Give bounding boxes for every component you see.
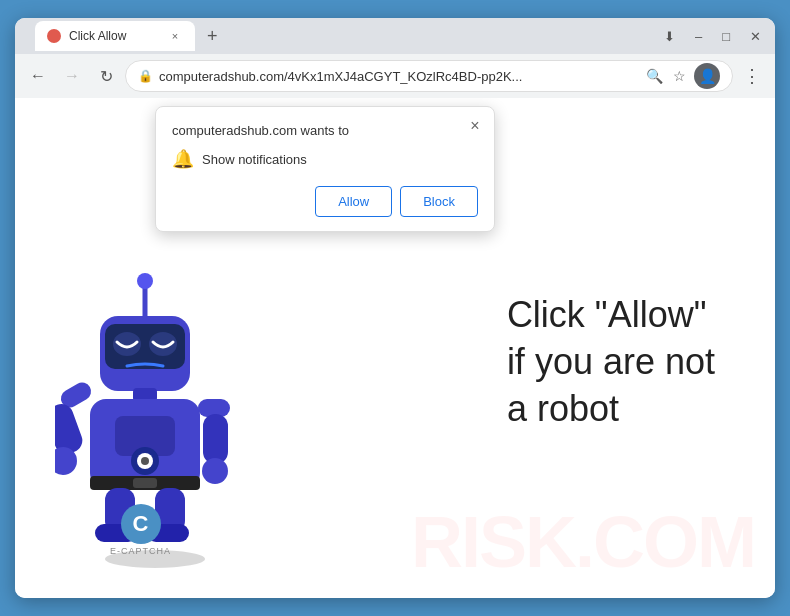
svg-point-1: [137, 273, 153, 289]
minimize-button[interactable]: –: [689, 27, 708, 46]
lock-icon: 🔒: [138, 69, 153, 83]
refresh-button[interactable]: ↻: [91, 61, 121, 91]
watermark: RISK.COM: [411, 506, 755, 578]
browser-tab[interactable]: Click Allow ×: [35, 21, 195, 51]
search-icon-button[interactable]: 🔍: [644, 66, 665, 86]
ecaptcha-badge: C E-CAPTCHA: [110, 504, 171, 556]
tab-close-button[interactable]: ×: [167, 28, 183, 44]
svg-rect-13: [133, 478, 157, 488]
permission-text: Show notifications: [202, 152, 307, 167]
url-bar[interactable]: 🔒 computeradshub.com/4vKx1mXJ4aCGYT_KOzl…: [125, 60, 733, 92]
page-text-line1: Click "Allow": [507, 292, 715, 339]
url-icons: 🔍 ☆ 👤: [644, 63, 720, 89]
menu-button[interactable]: ⋮: [737, 61, 767, 91]
url-text: computeradshub.com/4vKx1mXJ4aCGYT_KOzlRc…: [159, 69, 638, 84]
window-controls: ⬇ – □ ✕: [658, 27, 767, 46]
svg-point-11: [141, 457, 149, 465]
browser-window: Click Allow × + ⬇ – □ ✕ ← → ↻ 🔒 computer…: [15, 18, 775, 598]
page-text-line3: a robot: [507, 385, 715, 432]
page-main-text: Click "Allow" if you are not a robot: [507, 292, 715, 432]
notification-popup: × computeradshub.com wants to 🔔 Show not…: [155, 106, 495, 232]
tab-title: Click Allow: [69, 29, 159, 43]
forward-button[interactable]: →: [57, 61, 87, 91]
svg-point-19: [202, 458, 228, 484]
block-button[interactable]: Block: [400, 186, 478, 217]
robot-container: C E-CAPTCHA: [55, 266, 255, 568]
maximize-button[interactable]: □: [716, 27, 736, 46]
tab-favicon: [47, 29, 61, 43]
new-tab-button[interactable]: +: [199, 22, 226, 51]
page-text-line2: if you are not: [507, 339, 715, 386]
popup-close-button[interactable]: ×: [464, 115, 486, 137]
popup-buttons: Allow Block: [172, 186, 478, 217]
chrome-download-icon[interactable]: ⬇: [658, 27, 681, 46]
profile-icon[interactable]: 👤: [694, 63, 720, 89]
ecaptcha-label: E-CAPTCHA: [110, 546, 171, 556]
allow-button[interactable]: Allow: [315, 186, 392, 217]
bookmark-button[interactable]: ☆: [671, 66, 688, 86]
popup-permission-row: 🔔 Show notifications: [172, 148, 478, 170]
page-content: RISK.COM: [15, 98, 775, 598]
back-button[interactable]: ←: [23, 61, 53, 91]
tab-area: Click Allow × +: [35, 21, 654, 51]
svg-rect-18: [203, 414, 228, 464]
title-bar: Click Allow × + ⬇ – □ ✕: [15, 18, 775, 54]
ecaptcha-logo: C: [121, 504, 161, 544]
profile-person-icon: 👤: [699, 68, 716, 84]
popup-title: computeradshub.com wants to: [172, 123, 478, 138]
bell-icon: 🔔: [172, 148, 194, 170]
close-button[interactable]: ✕: [744, 27, 767, 46]
nav-bar: ← → ↻ 🔒 computeradshub.com/4vKx1mXJ4aCGY…: [15, 54, 775, 98]
